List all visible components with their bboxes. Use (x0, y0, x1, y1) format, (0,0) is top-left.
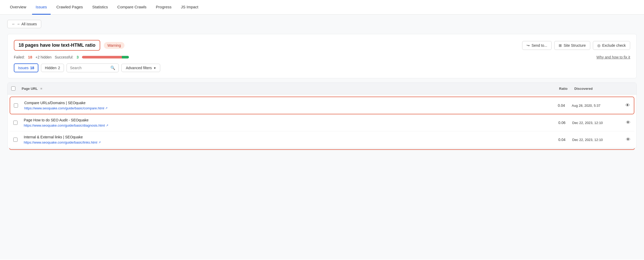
filters-row: Issues 18 Hidden 2 🔍 Advanced filters ▾ (14, 63, 630, 72)
warning-badge: Warning (104, 42, 125, 49)
header-discovered: Discovered (572, 86, 624, 92)
send-to-label: Send to... (532, 43, 547, 48)
progress-bar-successful (122, 56, 129, 58)
row-view-button-2[interactable]: 👁 (622, 120, 634, 125)
site-structure-button[interactable]: ⊞ Site Structure (554, 41, 590, 50)
row-url-link-2[interactable]: https://www.seoquake.com/guide/basic/dia… (24, 123, 108, 127)
failed-label: Failed: (14, 55, 25, 59)
sort-icon[interactable]: ≡ (40, 87, 42, 91)
table-header: Page URL ≡ Ratio Discovered (8, 83, 636, 94)
header-actions (624, 87, 636, 90)
issues-tab[interactable]: Issues 18 (14, 63, 38, 72)
row-checkbox-2[interactable] (13, 121, 17, 125)
search-box[interactable]: 🔍 (67, 63, 119, 72)
row-url-cell-2: Page How to do SEO Audit - SEOquake http… (21, 118, 538, 127)
row-url-cell-1: Compare URLs/Domains | SEOquake https://… (22, 101, 538, 110)
header-page-url: Page URL ≡ (19, 86, 540, 92)
issue-header-card: 18 pages have low text-HTML ratio Warnin… (7, 34, 637, 78)
issue-actions: ↪ Send to... ⊞ Site Structure ◎ Exclude … (522, 41, 630, 50)
search-icon: 🔍 (110, 66, 115, 70)
select-all-checkbox[interactable] (11, 86, 15, 91)
discovered-column-label: Discovered (574, 87, 593, 91)
row-ratio-1: 0.04 (538, 103, 569, 108)
issue-title: 18 pages have low text-HTML ratio (14, 40, 100, 51)
row-url-cell-3: Internal & External links | SEOquake htt… (21, 135, 538, 144)
highlighted-row-wrapper: Compare URLs/Domains | SEOquake https://… (10, 97, 634, 114)
row-checkbox-1[interactable] (14, 103, 18, 108)
issues-tab-count: 18 (30, 66, 34, 70)
header-ratio: Ratio (540, 86, 572, 92)
progress-bar (82, 56, 129, 58)
failed-count: 18 (28, 55, 32, 59)
hidden-tab[interactable]: Hidden 2 (41, 64, 64, 72)
nav-item-compare-crawls[interactable]: Compare Crawls (114, 0, 150, 15)
site-structure-label: Site Structure (564, 43, 586, 48)
row-title-2: Page How to do SEO Audit - SEOquake (24, 118, 536, 122)
row-url-link-1[interactable]: https://www.seoquake.com/guide/basic/com… (24, 106, 108, 110)
stats-and-fix-row: Failed: 18 +2 hidden Successful: 3 Why a… (14, 55, 630, 59)
hidden-label: +2 hidden (35, 55, 52, 59)
eye-slash-icon: ◎ (597, 43, 600, 48)
page-url-column-label: Page URL (22, 87, 38, 91)
back-button-label: ← All issues (17, 22, 37, 26)
nav-item-progress[interactable]: Progress (152, 0, 175, 15)
nav-item-overview[interactable]: Overview (6, 0, 30, 15)
table-row: Compare URLs/Domains | SEOquake https://… (10, 97, 634, 114)
nav-item-js-impact[interactable]: JS Impact (177, 0, 202, 15)
site-structure-icon: ⊞ (559, 43, 562, 48)
table-row: Page How to do SEO Audit - SEOquake http… (10, 114, 634, 131)
row-ratio-3: 0.04 (538, 138, 570, 142)
ratio-column-label: Ratio (559, 87, 568, 91)
row-title-1: Compare URLs/Domains | SEOquake (24, 101, 535, 105)
row-checkbox-cell-3 (10, 138, 21, 142)
fix-link[interactable]: Why and how to fix it (597, 55, 630, 59)
successful-label: Successful: (55, 55, 74, 59)
row-checkbox-3[interactable] (13, 138, 17, 142)
top-navigation: Overview Issues Crawled Pages Statistics… (0, 0, 644, 15)
row-url-link-3[interactable]: https://www.seoquake.com/guide/basic/lin… (24, 140, 101, 144)
advanced-filters-label: Advanced filters (126, 66, 152, 70)
row-checkbox-cell-2 (10, 121, 21, 125)
back-arrow-icon: ← (12, 22, 15, 26)
row-checkbox-cell-1 (10, 103, 22, 108)
successful-count: 3 (76, 55, 79, 59)
table-row: Internal & External links | SEOquake htt… (10, 131, 634, 148)
row-discovered-1: Aug 28, 2020, 5:37 (569, 104, 621, 108)
main-content: ← ← All issues 18 pages have low text-HT… (0, 15, 644, 259)
hidden-tab-count: 2 (58, 66, 60, 70)
row-discovered-2: Dec 22, 2023, 12:10 (570, 121, 622, 125)
hidden-tab-label: Hidden (45, 66, 56, 70)
chevron-down-icon: ▾ (154, 66, 156, 70)
exclude-check-button[interactable]: ◎ Exclude check (593, 41, 630, 50)
exclude-check-label: Exclude check (602, 43, 626, 48)
issues-table: Page URL ≡ Ratio Discovered Compare URLs… (7, 82, 637, 148)
nav-item-statistics[interactable]: Statistics (89, 0, 112, 15)
red-border-bottom (9, 148, 635, 150)
issue-title-left: 18 pages have low text-HTML ratio Warnin… (14, 40, 124, 51)
eye-icon-3: 👁 (626, 137, 630, 142)
row-title-3: Internal & External links | SEOquake (24, 135, 536, 139)
eye-icon-2: 👁 (626, 120, 630, 125)
header-checkbox-cell (8, 85, 19, 92)
row-view-button-1[interactable]: 👁 (621, 103, 634, 108)
nav-item-issues[interactable]: Issues (32, 0, 51, 15)
back-to-all-issues-button[interactable]: ← ← All issues (7, 20, 41, 28)
search-input[interactable] (70, 66, 108, 70)
progress-section: Failed: 18 +2 hidden Successful: 3 (14, 55, 597, 59)
nav-item-crawled-pages[interactable]: Crawled Pages (53, 0, 87, 15)
share-icon: ↪ (527, 43, 530, 48)
issue-title-row: 18 pages have low text-HTML ratio Warnin… (14, 40, 630, 51)
row-discovered-3: Dec 22, 2023, 12:10 (570, 138, 622, 142)
row-ratio-2: 0.06 (538, 121, 570, 125)
issues-tab-label: Issues (18, 66, 28, 70)
eye-icon-1: 👁 (625, 103, 630, 108)
progress-bar-failed (82, 56, 122, 58)
row-view-button-3[interactable]: 👁 (622, 137, 634, 142)
send-to-button[interactable]: ↪ Send to... (522, 41, 552, 50)
advanced-filters-button[interactable]: Advanced filters ▾ (121, 64, 160, 72)
